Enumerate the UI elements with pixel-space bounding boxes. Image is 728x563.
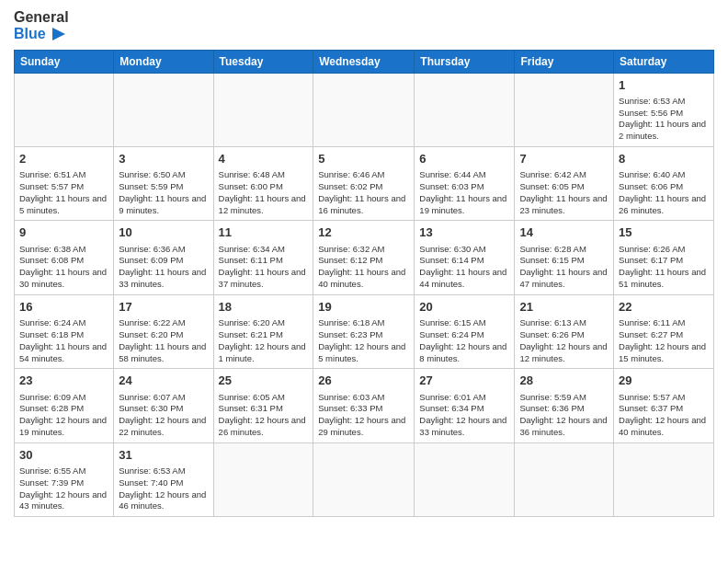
day-info: Sunrise: 5:59 AM Sunset: 6:36 PM Dayligh… bbox=[519, 392, 609, 439]
weekday-header-sunday: Sunday bbox=[15, 50, 114, 73]
day-number: 21 bbox=[519, 299, 609, 316]
page: General Blue SundayMondayTuesdayWednesda… bbox=[0, 0, 728, 563]
day-info: Sunrise: 6:22 AM Sunset: 6:20 PM Dayligh… bbox=[119, 317, 208, 364]
day-number: 19 bbox=[318, 299, 409, 316]
calendar-day-cell bbox=[515, 442, 614, 516]
calendar-day-cell: 20Sunrise: 6:15 AM Sunset: 6:24 PM Dayli… bbox=[415, 294, 515, 368]
weekday-header-saturday: Saturday bbox=[614, 50, 714, 73]
day-number: 31 bbox=[119, 447, 208, 464]
day-info: Sunrise: 6:34 AM Sunset: 6:11 PM Dayligh… bbox=[219, 244, 309, 291]
day-number: 26 bbox=[318, 373, 409, 389]
day-info: Sunrise: 6:40 AM Sunset: 6:06 PM Dayligh… bbox=[619, 169, 709, 216]
day-info: Sunrise: 6:24 AM Sunset: 6:18 PM Dayligh… bbox=[19, 317, 108, 364]
day-number: 28 bbox=[519, 373, 609, 389]
day-info: Sunrise: 5:57 AM Sunset: 6:37 PM Dayligh… bbox=[619, 392, 709, 439]
calendar-day-cell: 19Sunrise: 6:18 AM Sunset: 6:23 PM Dayli… bbox=[313, 294, 415, 368]
day-info: Sunrise: 6:50 AM Sunset: 5:59 PM Dayligh… bbox=[119, 169, 208, 216]
header: General Blue bbox=[14, 9, 714, 42]
day-info: Sunrise: 6:15 AM Sunset: 6:24 PM Dayligh… bbox=[419, 317, 509, 364]
calendar-day-cell: 29Sunrise: 5:57 AM Sunset: 6:37 PM Dayli… bbox=[614, 369, 714, 442]
calendar-week-row: 9Sunrise: 6:38 AM Sunset: 6:08 PM Daylig… bbox=[15, 221, 714, 294]
day-number: 29 bbox=[619, 373, 709, 389]
logo: General Blue bbox=[14, 9, 69, 42]
day-number: 17 bbox=[119, 299, 208, 316]
calendar-day-cell: 16Sunrise: 6:24 AM Sunset: 6:18 PM Dayli… bbox=[15, 294, 114, 368]
day-info: Sunrise: 6:18 AM Sunset: 6:23 PM Dayligh… bbox=[318, 317, 409, 364]
calendar-week-row: 1Sunrise: 6:53 AM Sunset: 5:56 PM Daylig… bbox=[15, 73, 714, 146]
day-info: Sunrise: 6:13 AM Sunset: 6:26 PM Dayligh… bbox=[519, 317, 609, 364]
day-number: 30 bbox=[19, 447, 108, 464]
calendar-day-cell bbox=[415, 73, 515, 146]
day-info: Sunrise: 6:05 AM Sunset: 6:31 PM Dayligh… bbox=[219, 392, 309, 439]
calendar-week-row: 2Sunrise: 6:51 AM Sunset: 5:57 PM Daylig… bbox=[15, 147, 714, 221]
day-number: 15 bbox=[619, 224, 709, 241]
day-number: 12 bbox=[318, 224, 409, 241]
calendar-day-cell: 5Sunrise: 6:46 AM Sunset: 6:02 PM Daylig… bbox=[313, 147, 415, 221]
weekday-header-wednesday: Wednesday bbox=[313, 50, 415, 73]
day-info: Sunrise: 6:11 AM Sunset: 6:27 PM Dayligh… bbox=[619, 317, 709, 364]
day-number: 24 bbox=[119, 373, 208, 389]
day-info: Sunrise: 6:01 AM Sunset: 6:34 PM Dayligh… bbox=[419, 392, 509, 439]
day-number: 25 bbox=[219, 373, 309, 389]
day-info: Sunrise: 6:32 AM Sunset: 6:12 PM Dayligh… bbox=[318, 244, 409, 291]
calendar-day-cell: 2Sunrise: 6:51 AM Sunset: 5:57 PM Daylig… bbox=[15, 147, 114, 221]
calendar-day-cell: 26Sunrise: 6:03 AM Sunset: 6:33 PM Dayli… bbox=[313, 369, 415, 442]
calendar-day-cell: 3Sunrise: 6:50 AM Sunset: 5:59 PM Daylig… bbox=[114, 147, 213, 221]
calendar-day-cell bbox=[313, 442, 415, 516]
calendar-day-cell: 8Sunrise: 6:40 AM Sunset: 6:06 PM Daylig… bbox=[614, 147, 714, 221]
day-info: Sunrise: 6:53 AM Sunset: 7:40 PM Dayligh… bbox=[119, 465, 208, 512]
day-number: 2 bbox=[19, 151, 108, 167]
day-info: Sunrise: 6:20 AM Sunset: 6:21 PM Dayligh… bbox=[219, 317, 309, 364]
svg-marker-0 bbox=[52, 28, 65, 40]
calendar-week-row: 23Sunrise: 6:09 AM Sunset: 6:28 PM Dayli… bbox=[15, 369, 714, 442]
calendar-day-cell bbox=[213, 442, 313, 516]
day-number: 16 bbox=[19, 299, 108, 316]
calendar-day-cell: 14Sunrise: 6:28 AM Sunset: 6:15 PM Dayli… bbox=[515, 221, 614, 294]
day-number: 20 bbox=[419, 299, 509, 316]
calendar-day-cell: 9Sunrise: 6:38 AM Sunset: 6:08 PM Daylig… bbox=[15, 221, 114, 294]
calendar-day-cell bbox=[114, 73, 213, 146]
calendar-day-cell bbox=[15, 73, 114, 146]
day-info: Sunrise: 6:53 AM Sunset: 5:56 PM Dayligh… bbox=[619, 96, 709, 143]
day-info: Sunrise: 6:09 AM Sunset: 6:28 PM Dayligh… bbox=[19, 392, 108, 439]
day-number: 8 bbox=[619, 151, 709, 167]
calendar-table: SundayMondayTuesdayWednesdayThursdayFrid… bbox=[14, 50, 714, 518]
calendar-day-cell: 24Sunrise: 6:07 AM Sunset: 6:30 PM Dayli… bbox=[114, 369, 213, 442]
day-info: Sunrise: 6:51 AM Sunset: 5:57 PM Dayligh… bbox=[19, 169, 108, 216]
calendar-day-cell: 13Sunrise: 6:30 AM Sunset: 6:14 PM Dayli… bbox=[415, 221, 515, 294]
day-number: 10 bbox=[119, 224, 208, 241]
weekday-header-friday: Friday bbox=[515, 50, 614, 73]
weekday-header-tuesday: Tuesday bbox=[213, 50, 313, 73]
calendar-day-cell: 18Sunrise: 6:20 AM Sunset: 6:21 PM Dayli… bbox=[213, 294, 313, 368]
day-info: Sunrise: 6:28 AM Sunset: 6:15 PM Dayligh… bbox=[519, 244, 609, 291]
calendar-day-cell: 31Sunrise: 6:53 AM Sunset: 7:40 PM Dayli… bbox=[114, 442, 213, 516]
calendar-day-cell: 4Sunrise: 6:48 AM Sunset: 6:00 PM Daylig… bbox=[213, 147, 313, 221]
day-info: Sunrise: 6:48 AM Sunset: 6:00 PM Dayligh… bbox=[219, 169, 309, 216]
day-info: Sunrise: 6:46 AM Sunset: 6:02 PM Dayligh… bbox=[318, 169, 409, 216]
logo-text: General Blue bbox=[14, 9, 69, 42]
day-number: 4 bbox=[219, 151, 309, 167]
calendar-day-cell: 12Sunrise: 6:32 AM Sunset: 6:12 PM Dayli… bbox=[313, 221, 415, 294]
day-info: Sunrise: 6:44 AM Sunset: 6:03 PM Dayligh… bbox=[419, 169, 509, 216]
calendar-day-cell: 22Sunrise: 6:11 AM Sunset: 6:27 PM Dayli… bbox=[614, 294, 714, 368]
calendar-day-cell: 21Sunrise: 6:13 AM Sunset: 6:26 PM Dayli… bbox=[515, 294, 614, 368]
day-info: Sunrise: 6:26 AM Sunset: 6:17 PM Dayligh… bbox=[619, 244, 709, 291]
day-info: Sunrise: 6:07 AM Sunset: 6:30 PM Dayligh… bbox=[119, 392, 208, 439]
weekday-header-monday: Monday bbox=[114, 50, 213, 73]
calendar-week-row: 30Sunrise: 6:55 AM Sunset: 7:39 PM Dayli… bbox=[15, 442, 714, 516]
calendar-day-cell: 7Sunrise: 6:42 AM Sunset: 6:05 PM Daylig… bbox=[515, 147, 614, 221]
day-number: 14 bbox=[519, 224, 609, 241]
day-info: Sunrise: 6:55 AM Sunset: 7:39 PM Dayligh… bbox=[19, 465, 108, 512]
calendar-day-cell: 25Sunrise: 6:05 AM Sunset: 6:31 PM Dayli… bbox=[213, 369, 313, 442]
day-info: Sunrise: 6:03 AM Sunset: 6:33 PM Dayligh… bbox=[318, 392, 409, 439]
calendar-day-cell: 27Sunrise: 6:01 AM Sunset: 6:34 PM Dayli… bbox=[415, 369, 515, 442]
day-number: 5 bbox=[318, 151, 409, 167]
calendar-day-cell: 28Sunrise: 5:59 AM Sunset: 6:36 PM Dayli… bbox=[515, 369, 614, 442]
day-number: 13 bbox=[419, 224, 509, 241]
day-info: Sunrise: 6:42 AM Sunset: 6:05 PM Dayligh… bbox=[519, 169, 609, 216]
calendar-day-cell: 11Sunrise: 6:34 AM Sunset: 6:11 PM Dayli… bbox=[213, 221, 313, 294]
day-number: 7 bbox=[519, 151, 609, 167]
day-number: 22 bbox=[619, 299, 709, 316]
day-number: 23 bbox=[19, 373, 108, 389]
calendar-day-cell: 15Sunrise: 6:26 AM Sunset: 6:17 PM Dayli… bbox=[614, 221, 714, 294]
